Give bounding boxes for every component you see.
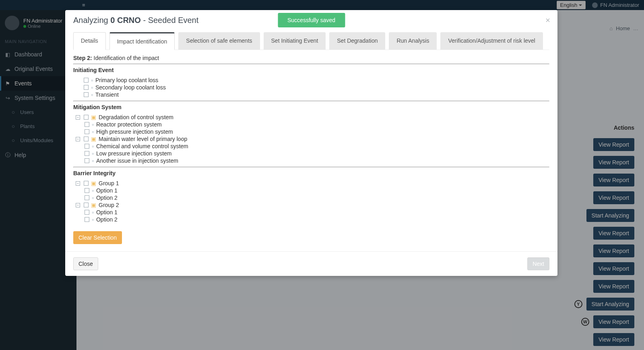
checkbox[interactable] bbox=[84, 137, 89, 141]
tree-leaf[interactable]: ▫ Secondary loop coolant loss bbox=[76, 84, 549, 91]
tree-label: Maintain water level of primary loop bbox=[99, 136, 187, 142]
tab[interactable]: Details bbox=[73, 32, 106, 50]
checkbox[interactable] bbox=[84, 85, 89, 90]
tree-label: Reactor protection system bbox=[96, 121, 162, 128]
checkbox[interactable] bbox=[85, 210, 89, 215]
clear-selection-button[interactable]: Clear Selection bbox=[73, 231, 122, 244]
section-title: Initiating Event bbox=[73, 67, 549, 73]
tree-parent[interactable]: − ▣ Group 2 bbox=[76, 201, 549, 209]
tree-label: Group 2 bbox=[99, 202, 119, 208]
collapse-icon[interactable]: − bbox=[76, 203, 80, 207]
tree-leaf[interactable]: ▫ Option 1 bbox=[85, 187, 549, 194]
checkbox[interactable] bbox=[84, 78, 89, 83]
tab[interactable]: Impact Identification bbox=[109, 32, 175, 50]
checkbox[interactable] bbox=[85, 122, 89, 127]
file-icon: ▫ bbox=[92, 195, 94, 201]
tree-leaf[interactable]: ▫ Option 1 bbox=[85, 209, 549, 216]
file-icon: ▫ bbox=[92, 187, 94, 194]
file-icon: ▫ bbox=[91, 91, 93, 98]
tree-leaf[interactable]: ▫ Chemical and volume control system bbox=[85, 143, 549, 150]
checkbox[interactable] bbox=[84, 181, 89, 186]
tree-label: Option 1 bbox=[96, 209, 118, 215]
checkbox[interactable] bbox=[85, 217, 89, 222]
tree-parent[interactable]: − ▣ Group 1 bbox=[76, 180, 549, 187]
checkbox[interactable] bbox=[84, 115, 89, 120]
checkbox[interactable] bbox=[85, 151, 89, 156]
file-icon: ▫ bbox=[92, 209, 94, 215]
file-icon: ▫ bbox=[92, 157, 94, 164]
tab[interactable]: Run Analysis bbox=[389, 32, 437, 50]
checkbox[interactable] bbox=[85, 188, 89, 193]
tree-label: Transient bbox=[95, 91, 119, 98]
tree-leaf[interactable]: ▫ Option 2 bbox=[85, 216, 549, 223]
tabs: DetailsImpact IdentificationSelection of… bbox=[65, 32, 557, 50]
tab[interactable]: Verification/Adjustment of risk level bbox=[440, 32, 543, 50]
modal-footer: Close Next bbox=[65, 251, 557, 276]
folder-icon: ▣ bbox=[91, 136, 96, 142]
checkbox[interactable] bbox=[85, 129, 89, 134]
close-icon[interactable]: × bbox=[545, 16, 550, 25]
tree-mitigation: − ▣ Degradation of control system ▫ Reac… bbox=[76, 114, 549, 164]
tab[interactable]: Set Degradation bbox=[329, 32, 385, 50]
file-icon: ▫ bbox=[92, 121, 94, 128]
tree-barrier: − ▣ Group 1 ▫ Option 1 ▫ Option 2 − ▣ Gr… bbox=[76, 180, 549, 223]
section-title: Mitigation System bbox=[73, 104, 549, 110]
tab[interactable]: Selection of safe elements bbox=[178, 32, 260, 50]
tree-label: Group 1 bbox=[99, 180, 119, 186]
folder-icon: ▣ bbox=[91, 114, 96, 120]
tree-leaf[interactable]: ▫ Transient bbox=[76, 91, 549, 98]
folder-icon: ▣ bbox=[91, 202, 96, 208]
file-icon: ▫ bbox=[92, 143, 94, 149]
file-icon: ▫ bbox=[91, 77, 93, 83]
tree-leaf[interactable]: ▫ Low pressure injection system bbox=[85, 150, 549, 157]
section-mitigation: Mitigation System − ▣ Degradation of con… bbox=[73, 104, 549, 164]
checkbox[interactable] bbox=[84, 92, 89, 97]
modal-title: Analyzing 0 CRNO - Seeded Event bbox=[73, 16, 549, 25]
tree-leaf[interactable]: ▫ Another issue in injection system bbox=[85, 157, 549, 164]
collapse-icon[interactable]: − bbox=[76, 181, 80, 186]
tree-label: Low pressure injection system bbox=[96, 150, 172, 157]
tree-label: Option 2 bbox=[96, 195, 118, 201]
tree-label: High pressure injection system bbox=[96, 128, 173, 135]
modal-dialog: Successfully saved Analyzing 0 CRNO - Se… bbox=[65, 10, 557, 276]
file-icon: ▫ bbox=[92, 150, 94, 157]
tree-parent[interactable]: − ▣ Maintain water level of primary loop bbox=[76, 135, 549, 143]
step-line: Step 2: Identification of the impact bbox=[73, 55, 549, 61]
tab[interactable]: Set Initiating Event bbox=[264, 32, 326, 50]
tree-label: Degradation of control system bbox=[99, 114, 173, 120]
tree-label: Option 2 bbox=[96, 216, 118, 223]
close-button[interactable]: Close bbox=[73, 257, 98, 270]
folder-icon: ▣ bbox=[91, 180, 96, 186]
file-icon: ▫ bbox=[92, 216, 94, 223]
collapse-icon[interactable]: − bbox=[76, 115, 80, 120]
tree-label: Option 1 bbox=[96, 187, 118, 194]
file-icon: ▫ bbox=[92, 128, 94, 135]
tree-label: Secondary loop coolant loss bbox=[95, 84, 166, 91]
checkbox[interactable] bbox=[85, 144, 89, 149]
checkbox[interactable] bbox=[85, 158, 89, 163]
tree-label: Primary loop coolant loss bbox=[95, 77, 158, 83]
collapse-icon[interactable]: − bbox=[76, 137, 80, 141]
file-icon: ▫ bbox=[91, 84, 93, 91]
tree-leaf[interactable]: ▫ Reactor protection system bbox=[85, 121, 549, 128]
tree-label: Another issue in injection system bbox=[96, 157, 178, 164]
modal-body: Step 2: Identification of the impact Ini… bbox=[73, 50, 549, 251]
tree-parent[interactable]: − ▣ Degradation of control system bbox=[76, 114, 549, 121]
tree-label: Chemical and volume control system bbox=[96, 143, 188, 149]
section-initiating: Initiating Event ▫ Primary loop coolant … bbox=[73, 67, 549, 98]
section-barrier: Barrier Integrity − ▣ Group 1 ▫ Option 1… bbox=[73, 170, 549, 223]
next-button[interactable]: Next bbox=[527, 257, 549, 270]
tree-leaf[interactable]: ▫ Option 2 bbox=[85, 194, 549, 201]
tree-initiating: ▫ Primary loop coolant loss ▫ Secondary … bbox=[76, 77, 549, 98]
section-title: Barrier Integrity bbox=[73, 170, 549, 176]
checkbox[interactable] bbox=[84, 203, 89, 207]
checkbox[interactable] bbox=[85, 195, 89, 200]
modal-header: Analyzing 0 CRNO - Seeded Event × bbox=[65, 10, 557, 29]
tree-leaf[interactable]: ▫ High pressure injection system bbox=[85, 128, 549, 135]
tree-leaf[interactable]: ▫ Primary loop coolant loss bbox=[76, 77, 549, 84]
